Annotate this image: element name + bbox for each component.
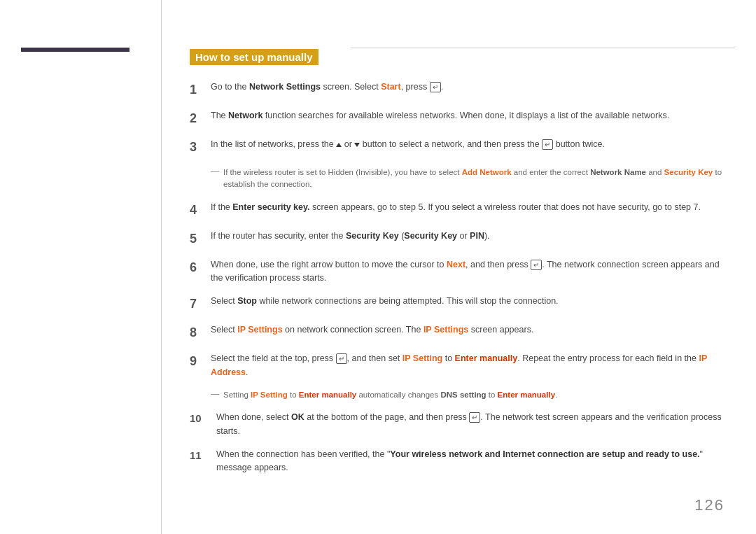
step-text-9: Select the field at the top, press ↵, an…: [211, 352, 724, 379]
step-text-4: If the Enter security key. screen appear…: [211, 201, 724, 214]
step-number-7: 7: [190, 295, 211, 314]
sidebar-accent-bar: [21, 48, 130, 52]
note-text-9: Setting IP Setting to Enter manually aut…: [223, 389, 557, 401]
step-number-9: 9: [190, 352, 211, 371]
step-10: 10 When done, select OK at the bottom of…: [190, 411, 724, 438]
step-3: 3 In the list of networks, press the or …: [190, 138, 724, 157]
left-sidebar: [0, 0, 161, 534]
step-text-2: The Network function searches for availa…: [211, 109, 724, 122]
step-text-5: If the router has security, enter the Se…: [211, 230, 724, 243]
step-number-10: 10: [190, 411, 216, 427]
step-number-6: 6: [190, 258, 211, 277]
steps-list: 1 Go to the Network Settings screen. Sel…: [190, 80, 724, 475]
step-7: 7 Select Stop while network connections …: [190, 295, 724, 314]
step-number-3: 3: [190, 138, 211, 157]
step-number-11: 11: [190, 448, 216, 464]
step-9: 9 Select the field at the top, press ↵, …: [190, 352, 724, 379]
step-8: 8 Select IP Settings on network connecti…: [190, 323, 724, 342]
step-6: 6 When done, use the right arrow button …: [190, 258, 724, 286]
step-3-note: — If the wireless router is set to Hidde…: [211, 167, 724, 191]
step-number-8: 8: [190, 323, 211, 342]
step-text-3: In the list of networks, press the or bu…: [211, 138, 724, 151]
step-text-7: Select Stop while network connections ar…: [211, 295, 724, 308]
step-number-5: 5: [190, 230, 211, 248]
step-text-1: Go to the Network Settings screen. Selec…: [211, 80, 724, 94]
page-container: How to set up manually 1 Go to the Netwo…: [0, 0, 756, 534]
step-2: 2 The Network function searches for avai…: [190, 109, 724, 128]
main-content: How to set up manually 1 Go to the Netwo…: [161, 0, 756, 534]
step-text-6: When done, use the right arrow button to…: [211, 258, 724, 286]
step-text-8: Select IP Settings on network connection…: [211, 323, 724, 337]
step-9-note: — Setting IP Setting to Enter manually a…: [211, 389, 724, 401]
note-dash-9: —: [211, 389, 223, 399]
step-number-1: 1: [190, 80, 211, 99]
step-number-2: 2: [190, 109, 211, 128]
top-line-divider: [351, 48, 735, 48]
step-5: 5 If the router has security, enter the …: [190, 230, 724, 248]
step-number-4: 4: [190, 201, 211, 220]
step-text-11: When the connection has been verified, t…: [216, 448, 724, 475]
step-4: 4 If the Enter security key. screen appe…: [190, 201, 724, 220]
note-text-3: If the wireless router is set to Hidden …: [223, 167, 724, 191]
step-11: 11 When the connection has been verified…: [190, 448, 724, 475]
step-1: 1 Go to the Network Settings screen. Sel…: [190, 80, 724, 99]
step-text-10: When done, select OK at the bottom of th…: [216, 411, 724, 438]
section-title: How to set up manually: [190, 49, 318, 65]
note-dash-3: —: [211, 167, 223, 176]
page-number: 126: [694, 496, 724, 514]
